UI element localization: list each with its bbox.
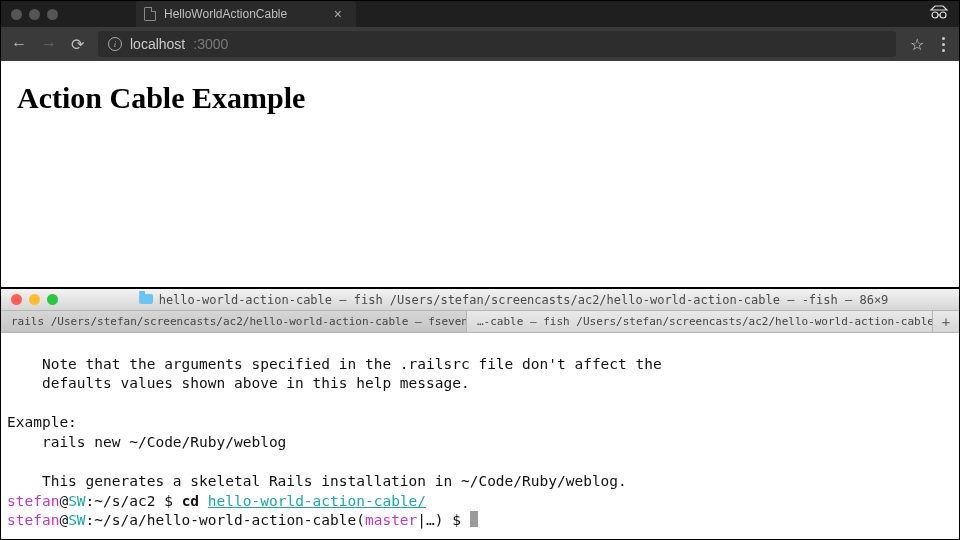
page-content: Action Cable Example: [1, 61, 959, 135]
term-line: This generates a skeletal Rails installa…: [7, 473, 627, 489]
terminal-window: hello-world-action-cable — fish /Users/s…: [0, 288, 960, 540]
terminal-titlebar: hello-world-action-cable — fish /Users/s…: [1, 289, 959, 311]
page-heading: Action Cable Example: [17, 81, 943, 115]
traffic-minimize[interactable]: [29, 294, 40, 305]
url-port: :3000: [193, 36, 228, 52]
prompt-user: stefan: [7, 493, 59, 509]
traffic-close[interactable]: [11, 294, 22, 305]
page-icon: [144, 7, 156, 21]
terminal-title: hello-world-action-cable — fish /Users/s…: [68, 293, 959, 307]
prompt-path: :~/s/a/hello-world-action-cable(: [86, 512, 365, 528]
prompt-at: @: [59, 493, 68, 509]
browser-window: HelloWorldActionCable × ← → ⟳ i localhos…: [0, 0, 960, 288]
browser-menu-button[interactable]: [938, 37, 949, 52]
tab-title: HelloWorldActionCable: [164, 7, 287, 21]
browser-toolbar: ← → ⟳ i localhost:3000 ☆: [1, 27, 959, 61]
svg-point-1: [940, 12, 946, 18]
prompt-cmd: cd: [182, 493, 208, 509]
browser-titlebar: HelloWorldActionCable ×: [1, 1, 959, 27]
term-line: defaults values shown above in this help…: [7, 375, 470, 391]
prompt-host: SW: [68, 512, 85, 528]
window-controls[interactable]: [11, 9, 58, 20]
traffic-zoom[interactable]: [47, 294, 58, 305]
traffic-zoom[interactable]: [47, 9, 58, 20]
url-host: localhost: [130, 36, 185, 52]
incognito-icon: [929, 5, 949, 23]
traffic-close[interactable]: [11, 9, 22, 20]
forward-button: →: [41, 35, 57, 53]
bookmark-star-icon[interactable]: ☆: [910, 35, 924, 54]
term-line: Note that the arguments specified in the…: [7, 356, 662, 372]
terminal-tab[interactable]: rails /Users/stefan/screencasts/ac2/hell…: [1, 311, 467, 332]
svg-point-0: [932, 12, 938, 18]
term-line: Example:: [7, 414, 77, 430]
cursor: [470, 511, 478, 527]
terminal-tab-label: …-cable — fish /Users/stefan/screencasts…: [477, 315, 933, 328]
new-tab-button[interactable]: +: [933, 311, 959, 332]
terminal-title-text: hello-world-action-cable — fish /Users/s…: [159, 293, 889, 307]
folder-icon: [139, 294, 153, 304]
term-line: rails new ~/Code/Ruby/weblog: [7, 434, 286, 450]
prompt-host: SW: [68, 493, 85, 509]
git-branch: master: [365, 512, 417, 528]
tab-close-icon[interactable]: ×: [334, 7, 342, 21]
terminal-tab-bar: rails /Users/stefan/screencasts/ac2/hell…: [1, 311, 959, 333]
prompt-user: stefan: [7, 512, 59, 528]
terminal-tab[interactable]: …-cable — fish /Users/stefan/screencasts…: [467, 311, 933, 332]
address-bar[interactable]: i localhost:3000: [98, 31, 896, 57]
terminal-body[interactable]: Note that the arguments specified in the…: [1, 333, 959, 540]
prompt-path: :~/s/ac2 $: [86, 493, 182, 509]
back-button[interactable]: ←: [11, 35, 27, 53]
site-info-icon[interactable]: i: [108, 37, 122, 51]
prompt-tail: |…) $: [417, 512, 469, 528]
prompt-at: @: [59, 512, 68, 528]
prompt-cmd-path: hello-world-action-cable/: [208, 493, 426, 509]
reload-button[interactable]: ⟳: [71, 35, 84, 54]
terminal-window-controls[interactable]: [1, 294, 68, 305]
traffic-minimize[interactable]: [29, 9, 40, 20]
terminal-tab-label: rails /Users/stefan/screencasts/ac2/hell…: [11, 315, 467, 328]
browser-tab[interactable]: HelloWorldActionCable ×: [136, 1, 356, 27]
